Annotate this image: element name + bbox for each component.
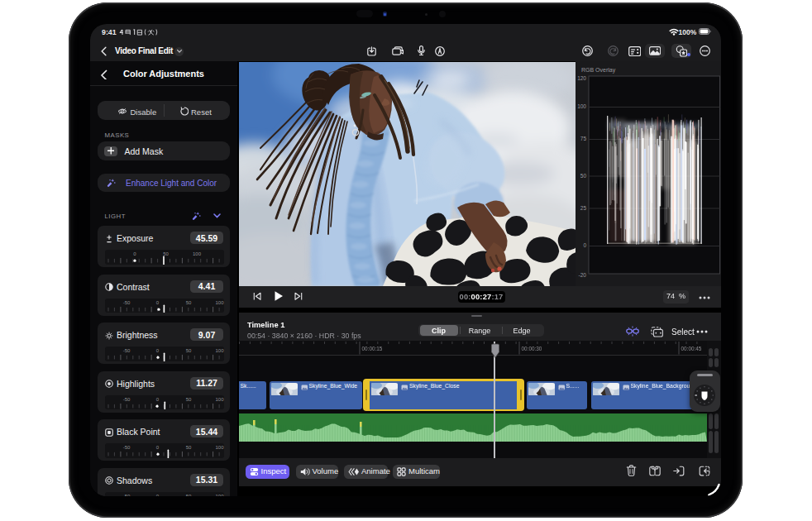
svg-text:0: 0 bbox=[156, 445, 160, 450]
svg-text:-20: -20 bbox=[579, 272, 587, 278]
svg-text:-50: -50 bbox=[123, 397, 131, 402]
svg-text:RGB Overlay: RGB Overlay bbox=[581, 67, 616, 74]
svg-text:100: 100 bbox=[193, 251, 202, 256]
svg-text:00:00:15: 00:00:15 bbox=[362, 346, 383, 351]
svg-text:00:00:30: 00:00:30 bbox=[522, 346, 542, 351]
svg-text:0: 0 bbox=[156, 397, 160, 402]
svg-text:0: 0 bbox=[583, 242, 586, 248]
svg-text:50: 50 bbox=[186, 445, 192, 450]
svg-text:0: 0 bbox=[133, 251, 136, 256]
svg-text:0: 0 bbox=[156, 300, 160, 305]
svg-text:100: 100 bbox=[215, 300, 223, 305]
svg-text:-50: -50 bbox=[123, 300, 131, 305]
svg-text:50: 50 bbox=[163, 251, 169, 256]
svg-text:100: 100 bbox=[577, 103, 586, 109]
svg-text:-50: -50 bbox=[123, 494, 131, 497]
svg-text:75: 75 bbox=[580, 136, 587, 141]
svg-text:100: 100 bbox=[215, 445, 223, 450]
svg-text:0: 0 bbox=[156, 494, 160, 497]
svg-text:50: 50 bbox=[186, 397, 192, 402]
svg-text:50: 50 bbox=[186, 348, 192, 353]
svg-text:25: 25 bbox=[580, 205, 587, 211]
svg-text:-50: -50 bbox=[123, 445, 131, 450]
svg-text:100: 100 bbox=[215, 397, 223, 402]
svg-text:00:00:45: 00:00:45 bbox=[681, 346, 702, 351]
svg-text:100: 100 bbox=[215, 348, 223, 353]
svg-text:50: 50 bbox=[186, 494, 192, 497]
svg-text:120: 120 bbox=[577, 75, 586, 81]
svg-text:-50: -50 bbox=[123, 348, 131, 353]
svg-text:0: 0 bbox=[156, 348, 160, 353]
svg-text:100: 100 bbox=[215, 494, 223, 497]
svg-text:50: 50 bbox=[186, 300, 192, 305]
svg-text:50: 50 bbox=[580, 173, 587, 179]
